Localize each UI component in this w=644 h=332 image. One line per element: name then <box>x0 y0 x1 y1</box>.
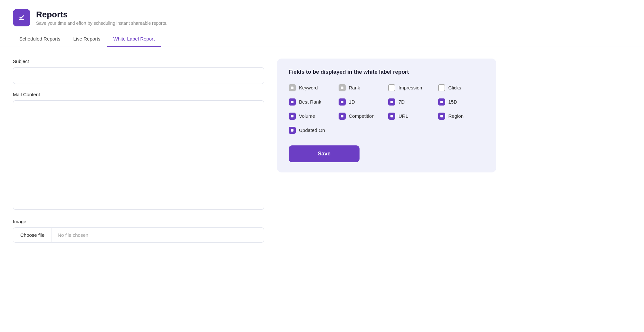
field-label-rank: Rank <box>349 85 360 90</box>
checkbox-7d[interactable] <box>388 98 395 106</box>
form-section: Subject Mail Content Image Choose file N… <box>13 59 264 243</box>
field-label-updated-on: Updated On <box>299 127 325 133</box>
field-label-best-rank: Best Rank <box>299 99 321 105</box>
no-file-text: No file chosen <box>52 228 94 242</box>
mail-content-textarea[interactable] <box>13 100 264 210</box>
mail-content-label: Mail Content <box>13 92 264 97</box>
save-button[interactable]: Save <box>289 145 360 162</box>
field-label-1d: 1D <box>349 99 355 105</box>
checkbox-best-rank[interactable] <box>289 98 296 106</box>
field-label-clicks: Clicks <box>448 85 461 90</box>
field-7d[interactable]: 7D <box>388 98 435 106</box>
checkbox-region[interactable] <box>438 113 445 120</box>
checkbox-volume[interactable] <box>289 113 296 120</box>
choose-file-button[interactable]: Choose file <box>13 228 52 242</box>
image-label: Image <box>13 219 264 224</box>
subject-label: Subject <box>13 59 264 64</box>
fields-grid: Keyword Rank Impression Clicks <box>289 84 485 134</box>
checkbox-15d[interactable] <box>438 98 445 106</box>
tab-live-reports[interactable]: Live Reports <box>67 32 107 47</box>
field-updated-on[interactable]: Updated On <box>289 127 335 134</box>
field-impression[interactable]: Impression <box>388 84 435 91</box>
field-best-rank[interactable]: Best Rank <box>289 98 335 106</box>
checkbox-competition[interactable] <box>339 113 346 120</box>
checkbox-keyword[interactable] <box>289 84 296 91</box>
checkbox-clicks[interactable] <box>438 84 445 91</box>
checkbox-url[interactable] <box>388 113 395 120</box>
tab-scheduled-reports[interactable]: Scheduled Reports <box>13 32 67 47</box>
fields-title: Fields to be displayed in the white labe… <box>289 69 485 75</box>
header-text: Reports Save your time and effort by sch… <box>36 10 168 25</box>
app-logo <box>13 9 30 26</box>
field-label-impression: Impression <box>399 85 422 90</box>
main-content: Subject Mail Content Image Choose file N… <box>0 47 644 254</box>
field-region[interactable]: Region <box>438 113 485 120</box>
field-rank[interactable]: Rank <box>339 84 385 91</box>
subject-input[interactable] <box>13 67 264 84</box>
file-input-wrapper: Choose file No file chosen <box>13 227 264 243</box>
checkbox-1d[interactable] <box>339 98 346 106</box>
field-label-url: URL <box>399 113 408 119</box>
page-subtitle: Save your time and effort by scheduling … <box>36 21 168 26</box>
field-competition[interactable]: Competition <box>339 113 385 120</box>
field-1d[interactable]: 1D <box>339 98 385 106</box>
tab-white-label-report[interactable]: White Label Report <box>107 32 161 47</box>
tabs-nav: Scheduled Reports Live Reports White Lab… <box>0 32 644 47</box>
header: Reports Save your time and effort by sch… <box>0 0 644 32</box>
field-label-volume: Volume <box>299 113 315 119</box>
field-keyword[interactable]: Keyword <box>289 84 335 91</box>
field-url[interactable]: URL <box>388 113 435 120</box>
field-15d[interactable]: 15D <box>438 98 485 106</box>
checkbox-updated-on[interactable] <box>289 127 296 134</box>
field-clicks[interactable]: Clicks <box>438 84 485 91</box>
checkbox-impression[interactable] <box>388 84 395 91</box>
field-label-competition: Competition <box>349 113 375 119</box>
checkbox-rank[interactable] <box>339 84 346 91</box>
field-label-region: Region <box>448 113 464 119</box>
page-title: Reports <box>36 10 168 20</box>
field-label-7d: 7D <box>399 99 405 105</box>
field-label-15d: 15D <box>448 99 457 105</box>
field-volume[interactable]: Volume <box>289 113 335 120</box>
field-label-keyword: Keyword <box>299 85 318 90</box>
fields-panel: Fields to be displayed in the white labe… <box>277 59 496 172</box>
